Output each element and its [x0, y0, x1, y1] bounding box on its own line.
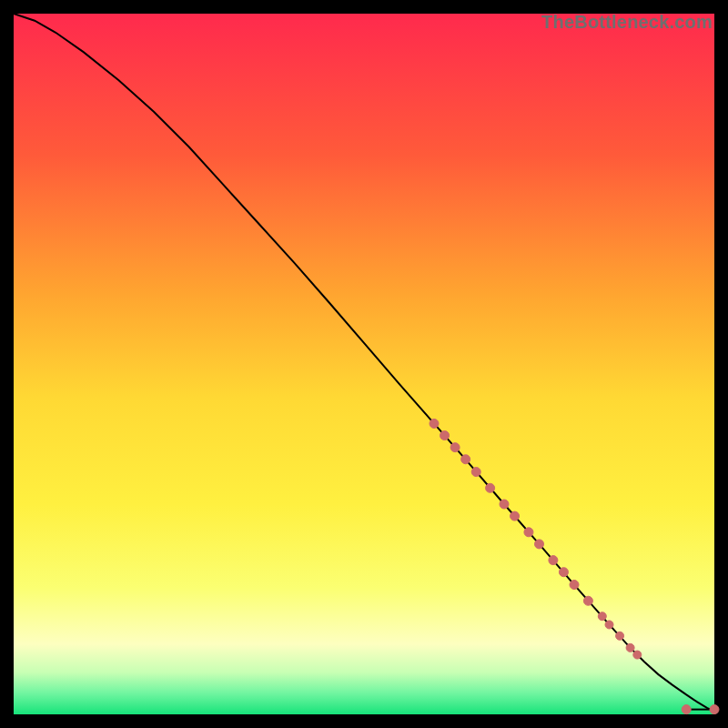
- plot-area: TheBottleneck.com: [14, 14, 714, 714]
- data-point: [524, 528, 533, 537]
- data-point: [583, 596, 592, 605]
- data-point: [710, 705, 719, 714]
- data-point: [471, 468, 480, 477]
- watermark-text: TheBottleneck.com: [541, 12, 713, 33]
- bottleneck-curve: [14, 14, 714, 711]
- data-point: [430, 419, 439, 428]
- data-point: [500, 500, 509, 509]
- data-point: [570, 581, 579, 590]
- data-point: [440, 431, 450, 440]
- data-point: [549, 556, 558, 565]
- data-point: [535, 540, 544, 549]
- data-point: [682, 705, 691, 714]
- data-point: [511, 511, 520, 521]
- data-point: [633, 651, 642, 659]
- data-point: [626, 643, 634, 652]
- data-point: [450, 443, 460, 452]
- chart-frame: TheBottleneck.com: [14, 14, 714, 714]
- data-point: [598, 612, 606, 621]
- data-point: [486, 483, 495, 492]
- chart-overlay: [14, 14, 714, 714]
- data-point: [616, 632, 624, 640]
- data-point: [605, 621, 613, 629]
- data-point: [559, 568, 568, 577]
- data-point: [461, 455, 470, 464]
- marked-points-group: [430, 419, 719, 713]
